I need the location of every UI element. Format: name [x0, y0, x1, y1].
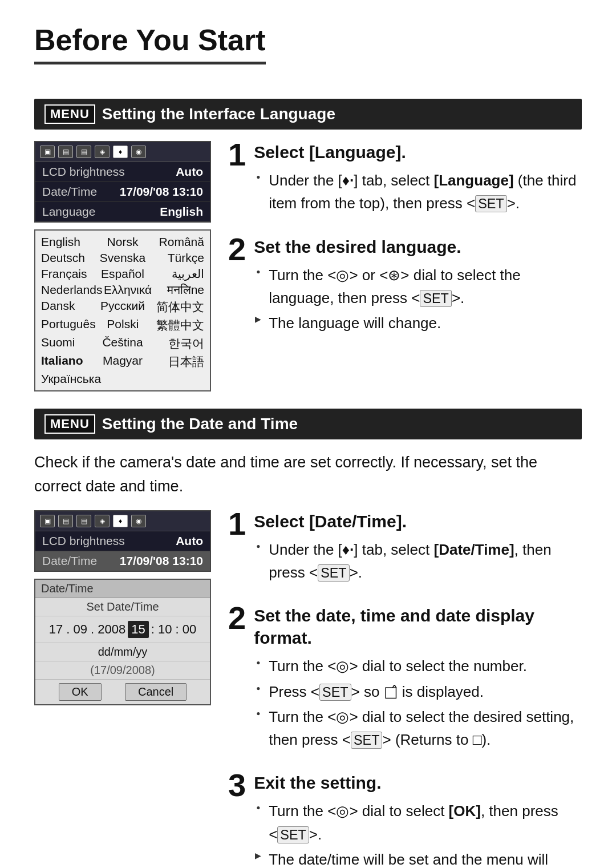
s2-step3-bullet2: The date/time will be set and the menu w… [254, 848, 582, 868]
screen2: ▣ ▤ ▤ ◈ ♦ ◉ LCD brightness Auto Date/Tim… [34, 510, 211, 572]
step2-bullet2: The language will change. [254, 312, 582, 334]
screen1-rows: LCD brightness Auto Date/Time 17/09/'08 … [35, 162, 210, 221]
tab-icon-5: ♦ [113, 146, 128, 158]
section1-step2: 2 Set the desired language. Turn the <◎>… [228, 236, 582, 342]
section2-right: 1 Select [Date/Time]. Under the [♦·] tab… [228, 510, 582, 868]
step2-title: Set the desired language. [254, 236, 582, 258]
menu-badge-1: MENU [44, 104, 95, 124]
tab-icon-6: ◉ [131, 146, 146, 158]
dt-preview: (17/09/2008) [35, 661, 210, 680]
screen2-rows: LCD brightness Auto Date/Time 17/09/'08 … [35, 531, 210, 571]
s2-tab-5: ♦ [113, 515, 128, 527]
menu-badge-2: MENU [44, 414, 95, 434]
lang-row-5: Dansk Русский 简体中文 [35, 298, 210, 316]
lang-row-9: Українська [35, 371, 210, 387]
lang-row-2: Deutsch Svenska Türkçe [35, 250, 210, 266]
screen-row-lcd: LCD brightness Auto [35, 162, 210, 182]
page-title: Before You Start [34, 23, 266, 64]
dt-date-row: 17 . 09 . 2008 15 : 10 : 00 [35, 616, 210, 643]
section2-left: ▣ ▤ ▤ ◈ ♦ ◉ LCD brightness Auto Date/Tim… [34, 510, 211, 705]
s2-step2-bullet3: Turn the <◎> dial to select the desired … [254, 705, 582, 752]
lang-row-3: Français Español العربية [35, 266, 210, 282]
section2-heading: Setting the Date and Time [102, 415, 298, 433]
s2-step3-title: Exit the setting. [254, 772, 582, 794]
tab-icon-3: ▤ [76, 146, 91, 158]
section2-intro: Check if the camera's date and time are … [34, 451, 582, 499]
s2-step2-body: Turn the <◎> dial to select the number. … [254, 655, 582, 751]
dt-ok-btn[interactable]: OK [59, 683, 102, 701]
screen-row-language: Language English [35, 202, 210, 221]
section2-content: ▣ ▤ ▤ ◈ ♦ ◉ LCD brightness Auto Date/Tim… [34, 510, 582, 868]
s2-step2-number: 2 [228, 604, 246, 634]
s2-row-datetime: Date/Time 17/09/'08 13:10 [35, 551, 210, 571]
s2-step1-number: 1 [228, 510, 246, 540]
tab-icon-1: ▣ [40, 146, 55, 158]
s2-step2-bullet1: Turn the <◎> dial to select the number. [254, 655, 582, 677]
step2-number: 2 [228, 236, 246, 265]
s2-step2-title: Set the date, time and date display form… [254, 604, 582, 649]
s2-tab-4: ◈ [95, 515, 110, 527]
step2-body: Turn the <◎> or <⊛> dial to select the l… [254, 264, 582, 335]
datetime-screen: Date/Time Set Date/Time 17 . 09 . 2008 1… [34, 579, 211, 705]
s2-tab-2: ▤ [58, 515, 73, 527]
s2-step3-body: Turn the <◎> dial to select [OK], then p… [254, 800, 582, 868]
screen-row-datetime: Date/Time 17/09/'08 13:10 [35, 182, 210, 202]
lang-grid: English Norsk Română Deutsch Svenska Tür… [34, 229, 211, 391]
dt-title: Date/Time [35, 580, 210, 598]
dt-subtitle: Set Date/Time [35, 598, 210, 616]
dt-cancel-btn[interactable]: Cancel [125, 683, 187, 701]
s2-step2-bullet2: Press <SET> so □̂ is displayed. [254, 680, 582, 703]
dt-buttons: OK Cancel [35, 680, 210, 704]
s2-step3-bullet1: Turn the <◎> dial to select [OK], then p… [254, 800, 582, 846]
s2-step3: 3 Exit the setting. Turn the <◎> dial to… [228, 772, 582, 868]
tab-icon-4: ◈ [95, 146, 110, 158]
section1-header: MENU Setting the Interface Language [34, 99, 582, 130]
s2-row-lcd: LCD brightness Auto [35, 531, 210, 551]
tab-icon-2: ▤ [58, 146, 73, 158]
s2-step1: 1 Select [Date/Time]. Under the [♦·] tab… [228, 510, 582, 591]
step1-body: Under the [♦·] tab, select [Language] (t… [254, 169, 582, 215]
step1-bullet1: Under the [♦·] tab, select [Language] (t… [254, 169, 582, 215]
s2-tab-1: ▣ [40, 515, 55, 527]
step2-bullet1: Turn the <◎> or <⊛> dial to select the l… [254, 264, 582, 310]
s2-step2: 2 Set the date, time and date display fo… [228, 604, 582, 758]
s2-step1-body: Under the [♦·] tab, select [Date/Time], … [254, 538, 582, 584]
section1-step1: 1 Select [Language]. Under the [♦·] tab,… [228, 141, 582, 222]
s2-tab-3: ▤ [76, 515, 91, 527]
lang-row-8: Italiano Magyar 日本語 [35, 353, 210, 371]
s2-step1-title: Select [Date/Time]. [254, 510, 582, 532]
section1-heading: Setting the Interface Language [102, 105, 335, 123]
section2-header: MENU Setting the Date and Time [34, 409, 582, 439]
lang-row-1: English Norsk Română [35, 234, 210, 250]
lang-row-6: Português Polski 繁體中文 [35, 316, 210, 334]
section1-left: ▣ ▤ ▤ ◈ ♦ ◉ LCD brightness Auto Date/Tim… [34, 141, 211, 391]
dt-format: dd/mm/yy [35, 643, 210, 661]
step1-number: 1 [228, 141, 246, 171]
screen1: ▣ ▤ ▤ ◈ ♦ ◉ LCD brightness Auto Date/Tim… [34, 141, 211, 223]
screen2-tabs: ▣ ▤ ▤ ◈ ♦ ◉ [35, 511, 210, 531]
section1-right: 1 Select [Language]. Under the [♦·] tab,… [228, 141, 582, 355]
s2-tab-6: ◉ [131, 515, 146, 527]
lang-row-4: Nederlands Ελληνικά मनलिne [35, 282, 210, 298]
s2-step3-number: 3 [228, 772, 246, 801]
step1-title: Select [Language]. [254, 141, 582, 163]
s2-step1-bullet1: Under the [♦·] tab, select [Date/Time], … [254, 538, 582, 584]
lang-row-7: Suomi Čeština 한국어 [35, 334, 210, 353]
section1-content: ▣ ▤ ▤ ◈ ♦ ◉ LCD brightness Auto Date/Tim… [34, 141, 582, 391]
screen1-tabs: ▣ ▤ ▤ ◈ ♦ ◉ [35, 142, 210, 162]
